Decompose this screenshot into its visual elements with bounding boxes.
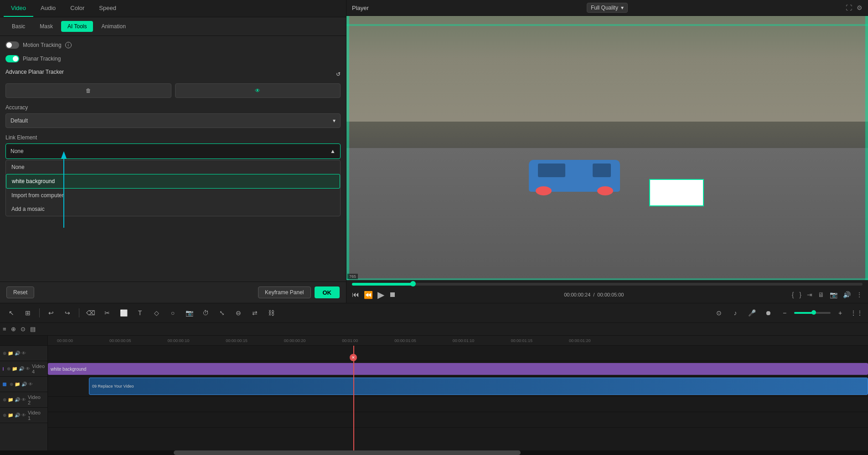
link-option-mosaic[interactable]: Add a mosaic (6, 202, 340, 216)
quality-select[interactable]: Full Quality ▾ (587, 3, 628, 13)
tab-color[interactable]: Color (63, 0, 92, 17)
track4-folder-icon[interactable]: 📁 (12, 366, 17, 371)
delete-tracker-button[interactable]: 🗑 (5, 83, 171, 98)
motion-tracking-info-icon[interactable]: i (65, 42, 72, 48)
stop-button[interactable]: ⏹ (389, 291, 396, 299)
timeline-add-icon[interactable]: ⊕ (11, 326, 16, 332)
trim-icon[interactable]: ⇥ (807, 291, 812, 298)
tab-animation[interactable]: Animation (95, 21, 132, 32)
eye-track-icon[interactable]: 👁 (21, 351, 26, 356)
more-options-btn[interactable]: ⋮⋮ (850, 306, 863, 320)
advance-tracker-header: Advance Planar Tracker ↺ (5, 69, 341, 80)
zoom-minus-btn[interactable]: − (778, 306, 791, 320)
track4-eye-icon[interactable]: 👁 (26, 366, 30, 371)
folder-icon[interactable]: 📁 (8, 351, 13, 356)
tab-video[interactable]: Video (4, 0, 33, 17)
volume-icon[interactable]: 🔊 (843, 291, 851, 298)
track2-add-icon[interactable]: ⊕ (3, 397, 6, 402)
eye-tracker-button[interactable]: 👁 (175, 83, 341, 98)
right-panel: Player Full Quality ▾ ⛶ ⚙ 0 500 1000 150… (346, 0, 868, 303)
track4-add-icon[interactable]: ⊕ (7, 366, 10, 371)
track4-audio-icon[interactable]: 🔊 (19, 366, 24, 371)
crop-tool[interactable]: ⬜ (117, 306, 130, 320)
zoom-plus-btn[interactable]: + (833, 306, 847, 320)
split-tool[interactable]: ✂ (100, 306, 114, 320)
tab-ai-tools[interactable]: AI Tools (61, 21, 93, 32)
track2-eye-icon[interactable]: 👁 (21, 397, 26, 402)
keyframe-panel-button[interactable]: Keyframe Panel (258, 286, 310, 298)
select-tool[interactable]: ↖ (5, 306, 18, 320)
timeline-scrollbar[interactable] (0, 450, 868, 455)
video-clip[interactable]: 09 Replace Your Video (89, 378, 868, 395)
track1-folder-icon[interactable]: 📁 (8, 413, 13, 418)
track3-folder-icon[interactable]: 📁 (15, 382, 20, 387)
link-option-white-bg[interactable]: white background (6, 174, 340, 189)
link-element-trigger[interactable]: None ▲ (5, 143, 341, 159)
camera-icon[interactable]: 📷 (830, 291, 837, 298)
timeline-area: ≡ ⊕ ⊙ ▤ ⊕ 📁 🔊 👁 ⊕ (0, 323, 868, 455)
sub-tab-bar: Basic Mask AI Tools Animation (0, 17, 346, 36)
snap-tool[interactable]: ⊙ (712, 306, 726, 320)
ok-button[interactable]: OK (315, 286, 340, 298)
delete-tool[interactable]: ⌫ (84, 306, 98, 320)
tab-speed[interactable]: Speed (92, 0, 124, 17)
progress-bar[interactable] (352, 283, 863, 286)
track3-eye-icon[interactable]: 👁 (28, 382, 33, 387)
redo-button[interactable]: ↪ (61, 306, 74, 320)
progress-thumb[interactable] (410, 281, 416, 286)
accuracy-select[interactable]: Default ▾ (5, 113, 341, 128)
settings-icon[interactable]: ⚙ (857, 4, 863, 11)
timer-tool[interactable]: ⏱ (199, 306, 212, 320)
frame-back-button[interactable]: ⏪ (364, 291, 373, 299)
circle-tool[interactable]: ○ (166, 306, 180, 320)
audio-track-icon[interactable]: 🔊 (15, 351, 20, 356)
track1-audio-icon[interactable]: 🔊 (15, 413, 20, 418)
fullscreen-icon[interactable]: ⛶ (846, 4, 852, 11)
timeline-menu-icon[interactable]: ≡ (3, 326, 6, 332)
text-tool[interactable]: T (133, 306, 147, 320)
zoom-slider[interactable] (794, 312, 831, 314)
timeline-grid-icon[interactable]: ▤ (30, 326, 36, 332)
warp-tool[interactable]: ⤡ (215, 306, 229, 320)
playhead[interactable]: ✕ (353, 346, 354, 450)
media-tool[interactable]: 📷 (182, 306, 196, 320)
track1-add-icon[interactable]: ⊕ (3, 413, 6, 418)
play-button[interactable]: ▶ (377, 289, 384, 300)
more-icon[interactable]: ⋮ (856, 291, 863, 298)
tab-mask[interactable]: Mask (33, 21, 59, 32)
tab-audio[interactable]: Audio (33, 0, 63, 17)
mic-tool[interactable]: 🎤 (745, 306, 759, 320)
audio-tool[interactable]: ♪ (728, 306, 742, 320)
motion-tracking-toggle[interactable] (5, 41, 19, 49)
bracket-left-icon[interactable]: { (792, 291, 794, 298)
reset-button[interactable]: Reset (6, 286, 34, 298)
shape-tool[interactable]: ◇ (150, 306, 163, 320)
ruler-label-spacer (0, 336, 47, 346)
track3-audio-icon[interactable]: 🔊 (21, 382, 27, 387)
monitor-icon[interactable]: 🖥 (818, 291, 824, 298)
track1-eye-icon[interactable]: 👁 (21, 413, 26, 418)
record-tool[interactable]: ⏺ (761, 306, 775, 320)
tab-basic[interactable]: Basic (5, 21, 31, 32)
minus-tool[interactable]: ⊖ (232, 306, 245, 320)
track3-add-icon[interactable]: ⊕ (10, 382, 13, 387)
link-element-label: Link Element (5, 134, 341, 141)
bracket-right-icon[interactable]: } (799, 291, 801, 298)
link-option-none[interactable]: None (6, 160, 340, 174)
planar-tracking-toggle[interactable] (5, 55, 19, 62)
link-option-import[interactable]: Import from computer (6, 189, 340, 202)
track2-audio-icon[interactable]: 🔊 (15, 397, 20, 402)
multiselect-tool[interactable]: ⊞ (21, 306, 35, 320)
timeline-settings-icon[interactable]: ⊙ (21, 326, 26, 332)
step-back-button[interactable]: ⏮ (352, 291, 359, 299)
white-bg-clip[interactable]: white background (48, 363, 868, 375)
add-track-icon[interactable]: ⊕ (3, 351, 6, 356)
track2-folder-icon[interactable]: 📁 (8, 397, 13, 402)
track-label-video4: ⊕ 📁 🔊 👁 Video 4 (0, 361, 47, 377)
timeline-scroll-thumb[interactable] (174, 450, 521, 455)
quality-value: Full Quality (591, 5, 618, 11)
undo-button[interactable]: ↩ (44, 306, 58, 320)
swap-tool[interactable]: ⇄ (248, 306, 262, 320)
link-tool[interactable]: ⛓ (264, 306, 278, 320)
refresh-icon[interactable]: ↺ (336, 71, 341, 77)
